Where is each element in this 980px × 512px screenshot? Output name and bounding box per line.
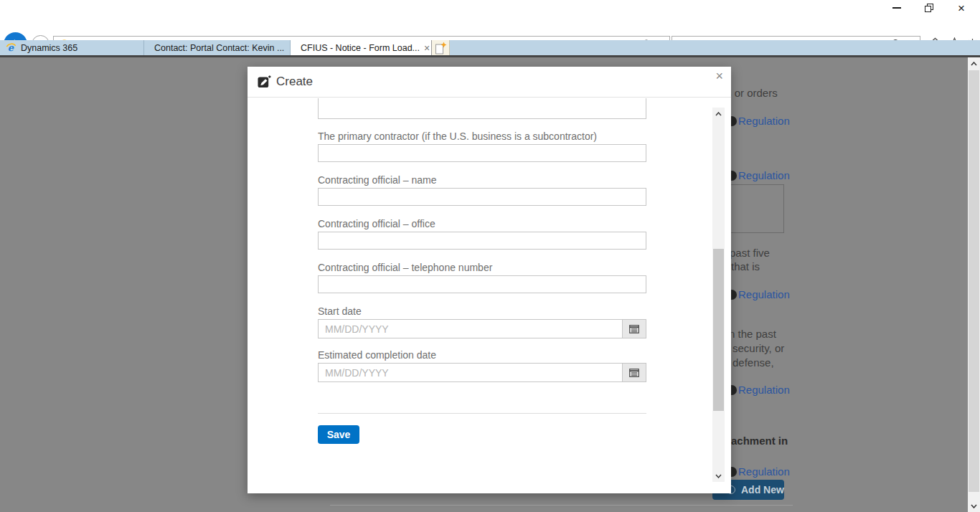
completion-date-group [318, 363, 646, 382]
modal-close-button[interactable]: × [715, 70, 723, 82]
partially-visible-input[interactable] [318, 98, 646, 119]
regulation-link[interactable]: Regulation [738, 465, 790, 478]
bg-text-fragment: security, or [732, 342, 784, 354]
add-new-label: Add New [741, 484, 784, 496]
tab-contact-portal[interactable]: e Contact: Portal Contact: Kevin ... [144, 40, 291, 55]
start-date-group [318, 319, 646, 338]
field-label-official-phone: Contracting official – telephone number [318, 262, 492, 273]
tab-cfius-notice-active[interactable]: e CFIUS - Notice - Form Load... × [291, 40, 432, 55]
tab-close-icon[interactable]: × [424, 43, 430, 53]
chevron-up-icon [715, 112, 722, 116]
chevron-down-icon [971, 504, 977, 508]
chevron-down-icon [715, 474, 722, 478]
save-button[interactable]: Save [318, 425, 359, 444]
start-date-calendar-button[interactable] [622, 320, 646, 338]
field-label-completion-date: Estimated completion date [318, 349, 436, 361]
modal-scrollbar[interactable] [712, 108, 725, 482]
browser-scrollbar[interactable] [968, 57, 980, 512]
primary-contractor-input[interactable] [318, 144, 646, 162]
calendar-icon [629, 324, 639, 333]
modal-scrollbar-thumb[interactable] [713, 249, 724, 411]
chevron-up-icon [971, 62, 977, 66]
bg-text-fragment: achment in [731, 435, 788, 447]
scroll-up-button[interactable] [968, 57, 980, 70]
scrollbar-thumb[interactable] [969, 70, 979, 492]
ie-icon: e [6, 42, 17, 53]
regulation-link[interactable]: Regulation [738, 384, 790, 396]
bg-horizontal-rule [330, 505, 793, 506]
edit-icon [258, 75, 271, 89]
modal-scroll-down-button[interactable] [712, 470, 725, 482]
browser-navbar: e https://testcfius.high.powerappsportal… [0, 16, 980, 40]
tab-label: Dynamics 365 [21, 43, 77, 53]
field-label-primary-contractor: The primary contractor (if the U.S. busi… [318, 131, 597, 142]
tabbar-filler [450, 40, 980, 55]
restore-icon [925, 4, 934, 13]
tab-bar: e Dynamics 365 e Contact: Portal Contact… [0, 40, 980, 55]
modal-scroll-up-button[interactable] [712, 108, 725, 120]
minimize-icon [892, 7, 901, 9]
bg-text-fragment: that is [731, 260, 760, 272]
contracting-official-phone-input[interactable] [318, 275, 646, 293]
scroll-down-button[interactable] [968, 500, 980, 512]
modal-title: Create [276, 75, 313, 89]
bg-text-fragment: defense, [732, 356, 774, 369]
new-tab-icon [435, 42, 447, 54]
modal-header: Create × [248, 67, 731, 98]
field-label-official-name: Contracting official – name [318, 174, 437, 186]
bg-text-fragment: s or orders [726, 87, 778, 99]
tab-label: CFIUS - Notice - Form Load... [301, 43, 420, 53]
contracting-official-office-input[interactable] [318, 232, 646, 250]
contracting-official-name-input[interactable] [318, 188, 646, 206]
create-modal: Create × The primary contractor (if the … [248, 67, 731, 493]
tab-dynamics-365[interactable]: e Dynamics 365 [0, 40, 144, 55]
bg-text-fragment: past five [730, 247, 770, 259]
regulation-link[interactable]: Regulation [738, 288, 790, 300]
close-window-button[interactable]: × [949, 0, 974, 16]
regulation-link[interactable]: Regulation [738, 115, 790, 127]
restore-button[interactable] [917, 0, 941, 16]
calendar-icon [629, 368, 639, 377]
minimize-button[interactable] [885, 0, 909, 16]
close-icon: × [958, 2, 965, 14]
start-date-input[interactable] [319, 320, 622, 338]
window-titlebar: × [0, 0, 980, 16]
new-tab-button[interactable] [432, 40, 450, 55]
completion-date-calendar-button[interactable] [622, 364, 646, 381]
form-divider [318, 413, 646, 414]
bg-text-fragment: n the past [729, 328, 776, 340]
completion-date-input[interactable] [319, 364, 622, 381]
field-label-official-office: Contracting official – office [318, 218, 435, 229]
tab-label: Contact: Portal Contact: Kevin ... [154, 43, 284, 53]
regulation-link[interactable]: Regulation [738, 169, 790, 181]
field-label-start-date: Start date [318, 305, 362, 317]
